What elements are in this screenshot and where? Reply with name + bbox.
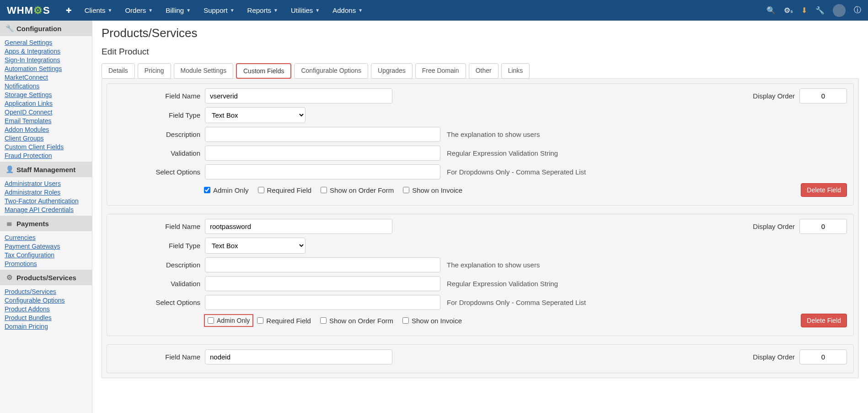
sidebar-link[interactable]: Promotions xyxy=(5,259,87,268)
sidebar-link[interactable]: Products/Services xyxy=(5,287,87,296)
chevron-down-icon: ▼ xyxy=(108,8,113,13)
check-invoice[interactable]: Show on Invoice xyxy=(403,186,462,194)
plus-icon: ✚ xyxy=(66,6,72,15)
sidebar-link[interactable]: OpenID Connect xyxy=(5,108,87,116)
sidebar-link[interactable]: Addon Modules xyxy=(5,125,87,134)
check-required[interactable]: Required Field xyxy=(258,186,312,194)
sidebar-link[interactable]: Fraud Protection xyxy=(5,151,87,160)
nav-label: Utilities xyxy=(291,6,313,14)
sidebar-link[interactable]: Administrator Users xyxy=(5,179,87,188)
input-select-options[interactable] xyxy=(205,164,440,179)
sidebar-link[interactable]: Two-Factor Authentication xyxy=(5,196,87,205)
sidebar-link[interactable]: Storage Settings xyxy=(5,90,87,99)
nav-addons[interactable]: Addons▼ xyxy=(326,0,369,21)
input-validation[interactable] xyxy=(205,146,440,161)
sidebar-link[interactable]: Application Links xyxy=(5,99,87,108)
select-field-type[interactable]: Text Box xyxy=(205,238,305,254)
tab-module[interactable]: Module Settings xyxy=(174,63,233,79)
checkbox-required[interactable] xyxy=(258,187,264,193)
tab-custom-fields[interactable]: Custom Fields xyxy=(236,63,291,79)
nav-clients[interactable]: Clients▼ xyxy=(78,0,119,21)
sidebar-link[interactable]: Client Groups xyxy=(5,134,87,142)
checkbox-admin-only[interactable] xyxy=(204,187,210,193)
chevron-down-icon: ▼ xyxy=(273,8,278,13)
topbar-left: WHM⚙S ✚ Clients▼ Orders▼ Billing▼ Suppor… xyxy=(7,0,369,21)
checkbox-admin-only[interactable] xyxy=(208,317,214,324)
brand-logo[interactable]: WHM⚙S xyxy=(7,5,50,16)
sidebar-link[interactable]: Product Addons xyxy=(5,304,87,313)
checkbox-order-form[interactable] xyxy=(321,187,327,193)
panel: Field Name Display Order Field Type Text… xyxy=(102,78,859,378)
checkbox-label: Admin Only xyxy=(213,186,249,194)
check-required[interactable]: Required Field xyxy=(257,317,311,325)
search-icon[interactable]: 🔍 xyxy=(766,6,776,15)
delete-field-button[interactable]: Delete Field xyxy=(801,314,847,327)
check-admin-only[interactable]: Admin Only xyxy=(204,186,249,194)
checkbox-invoice[interactable] xyxy=(402,317,409,324)
sidebar-link[interactable]: Currencies xyxy=(5,233,87,242)
tab-details[interactable]: Details xyxy=(102,63,135,79)
input-field-name[interactable] xyxy=(205,88,392,103)
input-display-order[interactable] xyxy=(799,88,847,103)
nav-support[interactable]: Support▼ xyxy=(197,0,241,21)
custom-field-block: Field Name Display Order Field Type Text… xyxy=(107,214,854,336)
page-subtitle: Edit Product xyxy=(102,47,859,57)
tab-upgrades[interactable]: Upgrades xyxy=(371,63,413,79)
tab-pricing[interactable]: Pricing xyxy=(138,63,171,79)
custom-field-block: Field Name Display Order xyxy=(107,344,854,373)
main-content: Products/Services Edit Product Details P… xyxy=(92,21,868,413)
input-validation[interactable] xyxy=(205,276,440,291)
input-description[interactable] xyxy=(205,127,440,142)
wrench-icon[interactable]: 🔧 xyxy=(815,6,825,15)
sidebar-link[interactable]: Sign-In Integrations xyxy=(5,55,87,64)
tab-other[interactable]: Other xyxy=(469,63,498,79)
sidebar-link[interactable]: Email Templates xyxy=(5,116,87,125)
input-description[interactable] xyxy=(205,257,440,272)
topbar-plus[interactable]: ✚ xyxy=(59,0,78,21)
sidebar-link[interactable]: Tax Configuration xyxy=(5,250,87,259)
select-field-type[interactable]: Text Box xyxy=(205,107,305,123)
sidebar-link[interactable]: Custom Client Fields xyxy=(5,142,87,151)
input-field-name[interactable] xyxy=(205,219,392,234)
delete-field-button[interactable]: Delete Field xyxy=(801,183,847,197)
input-display-order[interactable] xyxy=(799,349,847,364)
checkbox-required[interactable] xyxy=(257,317,263,324)
checkbox-label: Required Field xyxy=(267,186,312,194)
sidebar-link[interactable]: Notifications xyxy=(5,82,87,90)
label-select-options: Select Options xyxy=(113,168,200,176)
tab-free-domain[interactable]: Free Domain xyxy=(415,63,466,79)
checkbox-order-form[interactable] xyxy=(320,317,327,324)
check-invoice[interactable]: Show on Invoice xyxy=(402,317,462,325)
nav-orders[interactable]: Orders▼ xyxy=(118,0,159,21)
input-display-order[interactable] xyxy=(799,219,847,234)
tab-links[interactable]: Links xyxy=(501,63,530,79)
hint-description: The explanation to show users xyxy=(447,261,540,269)
nav-reports[interactable]: Reports▼ xyxy=(241,0,284,21)
sidebar-link[interactable]: Product Bundles xyxy=(5,313,87,322)
tab-config-options[interactable]: Configurable Options xyxy=(294,63,368,79)
settings-gears-icon[interactable]: ⚙ₛ xyxy=(784,6,793,15)
sidebar-link[interactable]: Manage API Credentials xyxy=(5,205,87,214)
user-avatar[interactable] xyxy=(833,4,846,17)
sidebar-head-label: Products/Services xyxy=(16,274,76,282)
sidebar-link[interactable]: General Settings xyxy=(5,38,87,47)
page-title: Products/Services xyxy=(102,26,859,40)
chevron-down-icon: ▼ xyxy=(148,8,153,13)
sidebar-link[interactable]: MarketConnect xyxy=(5,73,87,82)
check-order-form[interactable]: Show on Order Form xyxy=(320,317,393,325)
sidebar-link[interactable]: Automation Settings xyxy=(5,64,87,73)
sidebar: 🔧Configuration General Settings Apps & I… xyxy=(0,21,92,413)
sidebar-link[interactable]: Domain Pricing xyxy=(5,322,87,331)
checkbox-invoice[interactable] xyxy=(403,187,409,193)
download-icon[interactable]: ⬇ xyxy=(801,6,807,15)
sidebar-link[interactable]: Administrator Roles xyxy=(5,188,87,196)
sidebar-link[interactable]: Apps & Integrations xyxy=(5,47,87,55)
help-icon[interactable]: ⓘ xyxy=(854,5,861,15)
nav-utilities[interactable]: Utilities▼ xyxy=(284,0,326,21)
nav-billing[interactable]: Billing▼ xyxy=(159,0,197,21)
input-select-options[interactable] xyxy=(205,295,440,310)
input-field-name[interactable] xyxy=(205,349,392,364)
sidebar-link[interactable]: Payment Gateways xyxy=(5,242,87,250)
check-order-form[interactable]: Show on Order Form xyxy=(321,186,394,194)
sidebar-link[interactable]: Configurable Options xyxy=(5,296,87,304)
